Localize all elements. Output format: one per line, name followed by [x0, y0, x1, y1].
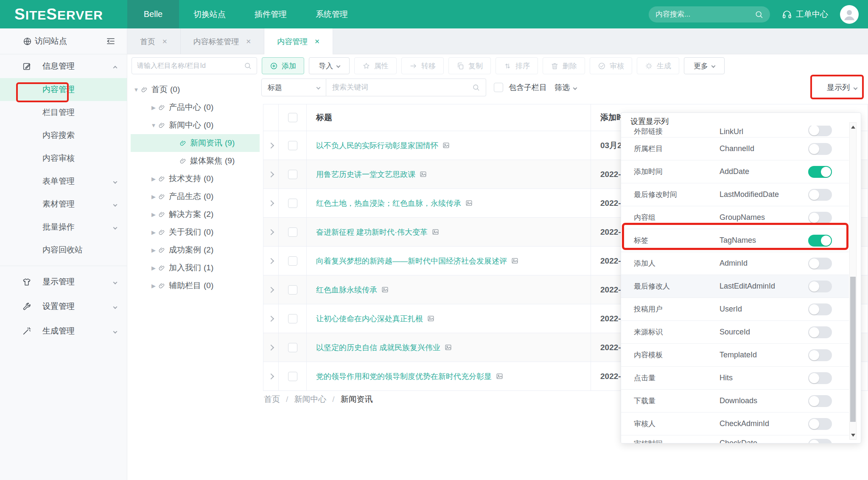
expand-row-icon[interactable]: [268, 286, 274, 292]
row-checkbox[interactable]: [288, 227, 297, 237]
content-title-link[interactable]: 党的领导作用和党的领导制度优势在新时代充分彰显: [316, 371, 503, 382]
sidebar-group-生成管理[interactable]: 生成管理: [0, 319, 127, 343]
close-icon[interactable]: ✕: [162, 38, 168, 45]
toggle-GroupNames[interactable]: [808, 212, 832, 224]
tree-node-关于我们[interactable]: ▶关于我们(0): [131, 223, 260, 241]
toggle-AdminId[interactable]: [808, 258, 832, 269]
sidebar-group-显示管理[interactable]: 显示管理: [0, 269, 127, 294]
search-icon[interactable]: [472, 84, 480, 91]
content-title-link[interactable]: 以不负人民的实际行动彰显家国情怀: [316, 140, 450, 151]
breadcrumb-item[interactable]: 首页: [264, 394, 280, 405]
panel-scrollbar[interactable]: [849, 122, 857, 440]
triangle-down-icon[interactable]: ▼: [132, 87, 140, 93]
tree-node-首页[interactable]: ▼首页(0): [131, 81, 260, 98]
include-children-checkbox[interactable]: [494, 83, 503, 92]
triangle-right-icon[interactable]: ▶: [150, 247, 157, 253]
toggle-ChannelId[interactable]: [808, 143, 832, 155]
close-icon[interactable]: ✕: [314, 38, 320, 45]
triangle-right-icon[interactable]: ▶: [150, 211, 157, 218]
sidebar-item-内容审核[interactable]: 内容审核: [0, 147, 127, 170]
tree-node-加入我们[interactable]: ▶加入我们(1): [131, 259, 260, 277]
channel-search-input[interactable]: [137, 62, 244, 70]
display-columns-button[interactable]: 显示列: [827, 79, 857, 96]
toggle-Downloads[interactable]: [808, 395, 832, 407]
triangle-down-icon[interactable]: ▼: [150, 122, 157, 129]
triangle-right-icon[interactable]: ▶: [150, 194, 157, 200]
tree-node-新闻资讯[interactable]: 新闻资讯(9): [131, 134, 260, 152]
content-title-link[interactable]: 用鲁艺历史讲一堂文艺思政课: [316, 169, 427, 180]
row-checkbox[interactable]: [288, 199, 297, 208]
row-checkbox[interactable]: [288, 141, 297, 150]
triangle-right-icon[interactable]: ▶: [150, 283, 157, 289]
更多-button[interactable]: 更多: [684, 57, 725, 74]
breadcrumb-item[interactable]: 新闻中心: [294, 394, 326, 405]
row-checkbox[interactable]: [288, 343, 297, 352]
toggle-AddDate[interactable]: [808, 166, 832, 178]
tab-首页[interactable]: 首页✕: [127, 28, 181, 54]
top-menu-item-0[interactable]: 切换站点: [179, 0, 240, 28]
expand-row-icon[interactable]: [268, 373, 274, 379]
sidebar-group-设置管理[interactable]: 设置管理: [0, 294, 127, 319]
sidebar-group-info[interactable]: 信息管理: [0, 54, 127, 78]
row-checkbox[interactable]: [288, 314, 297, 323]
toggle-Hits[interactable]: [808, 372, 832, 384]
content-title-link[interactable]: 红色血脉永续传承: [316, 285, 389, 295]
sidebar-item-内容回收站[interactable]: 内容回收站: [0, 239, 127, 261]
tree-node-辅助栏目[interactable]: ▶辅助栏目(0): [131, 277, 260, 295]
row-checkbox[interactable]: [288, 256, 297, 266]
top-menu-item-1[interactable]: 插件管理: [240, 0, 301, 28]
sidebar-item-表单管理[interactable]: 表单管理: [0, 170, 127, 193]
sidebar-item-内容管理[interactable]: 内容管理: [0, 78, 127, 101]
导入-button[interactable]: 导入: [309, 57, 350, 74]
tree-node-产品生态[interactable]: ▶产品生态(0): [131, 188, 260, 205]
expand-row-icon[interactable]: [268, 315, 274, 321]
sidebar-item-内容搜索[interactable]: 内容搜索: [0, 124, 127, 147]
expand-row-icon[interactable]: [268, 200, 274, 206]
toggle-TagNames[interactable]: [808, 235, 832, 247]
tree-node-成功案例[interactable]: ▶成功案例(2): [131, 241, 260, 259]
content-title-link[interactable]: 以坚定的历史自信 成就民族复兴伟业: [316, 342, 452, 353]
close-icon[interactable]: ✕: [246, 38, 252, 45]
ticket-center-link[interactable]: 工单中心: [782, 9, 828, 20]
toggle-SourceId[interactable]: [808, 326, 832, 338]
toggle-CheckDate[interactable]: [808, 439, 832, 444]
select-all-checkbox[interactable]: [288, 113, 297, 122]
scrollbar-thumb[interactable]: [850, 277, 856, 422]
content-title-link[interactable]: 向着复兴梦想的新跨越——新时代中国经济社会发展述评: [316, 256, 518, 266]
avatar[interactable]: [840, 5, 859, 24]
current-site-tab[interactable]: Belle: [127, 0, 179, 28]
search-icon[interactable]: [244, 62, 252, 70]
tree-node-媒体聚焦[interactable]: 媒体聚焦(9): [131, 152, 260, 170]
row-checkbox[interactable]: [288, 372, 297, 381]
toggle-TemplateId[interactable]: [808, 349, 832, 361]
toggle-LinkUrl[interactable]: [808, 126, 832, 136]
top-menu-item-2[interactable]: 系统管理: [301, 0, 362, 28]
scroll-up-arrow-icon[interactable]: [850, 124, 856, 130]
search-field-select[interactable]: 标题: [261, 79, 326, 96]
collapse-sidebar-icon[interactable]: [106, 36, 116, 46]
scroll-down-arrow-icon[interactable]: [850, 432, 856, 438]
filter-dropdown[interactable]: 筛选: [554, 82, 577, 93]
visit-site-row[interactable]: 访问站点: [0, 28, 127, 54]
expand-row-icon[interactable]: [268, 229, 274, 235]
content-title-link[interactable]: 让初心使命在内心深处真正扎根: [316, 314, 434, 324]
tree-node-新闻中心[interactable]: ▼新闻中心(0): [131, 116, 260, 134]
search-icon[interactable]: [755, 10, 763, 19]
tree-node-产品中心[interactable]: ▶产品中心(0): [131, 98, 260, 116]
triangle-right-icon[interactable]: ▶: [150, 229, 157, 236]
toggle-LastModifiedDate[interactable]: [808, 189, 832, 201]
tree-node-技术支持[interactable]: ▶技术支持(0): [131, 170, 260, 188]
tab-内容管理[interactable]: 内容管理✕: [264, 28, 333, 54]
tab-内容标签管理[interactable]: 内容标签管理✕: [181, 28, 265, 54]
content-search-input[interactable]: [655, 10, 755, 19]
include-children-option[interactable]: 包含子栏目: [494, 82, 547, 93]
keyword-search-input[interactable]: [332, 83, 472, 92]
expand-row-icon[interactable]: [268, 171, 274, 177]
triangle-right-icon[interactable]: ▶: [150, 265, 157, 271]
triangle-right-icon[interactable]: ▶: [150, 176, 157, 182]
expand-row-icon[interactable]: [268, 258, 274, 264]
content-title-link[interactable]: 奋进新征程 建功新时代·伟大变革: [316, 227, 439, 237]
toggle-CheckAdminId[interactable]: [808, 418, 832, 430]
triangle-right-icon[interactable]: ▶: [150, 104, 157, 111]
toggle-UserId[interactable]: [808, 303, 832, 315]
